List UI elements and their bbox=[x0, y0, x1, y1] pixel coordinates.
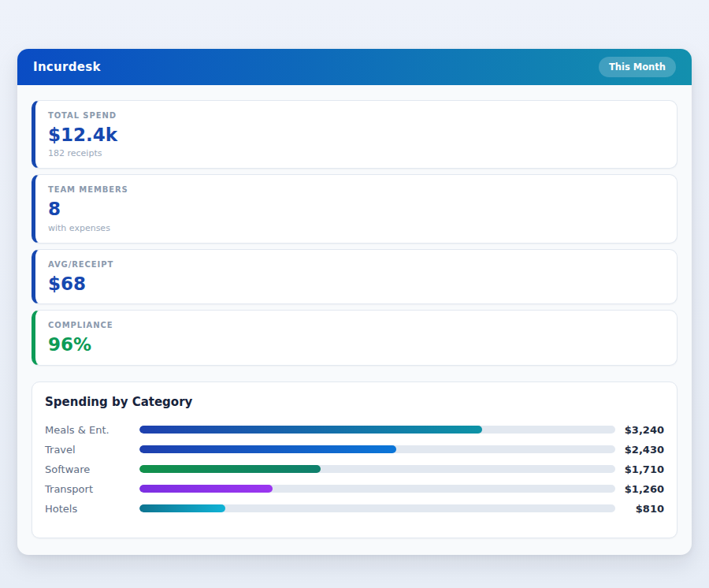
chart-row-label: Transport bbox=[45, 483, 139, 495]
chart-bar-track bbox=[139, 504, 615, 512]
app-title: Incurdesk bbox=[33, 60, 101, 74]
chart-bar-fill bbox=[139, 426, 482, 434]
stat-sub: with expenses bbox=[48, 223, 664, 233]
stat-label: COMPLIANCE bbox=[48, 321, 664, 329]
chart-row: Software $1,710 bbox=[45, 460, 664, 479]
chart-row-label: Meals & Ent. bbox=[45, 424, 139, 436]
chart-row-value: $2,430 bbox=[615, 444, 664, 456]
chart-bar-fill bbox=[139, 504, 225, 512]
stat-label: TOTAL SPEND bbox=[48, 111, 664, 120]
spending-chart-card: Spending by Category Meals & Ent. $3,240… bbox=[32, 381, 677, 538]
chart-row-label: Travel bbox=[45, 444, 139, 456]
chart-row-value: $810 bbox=[615, 503, 664, 515]
stat-value: $12.4k bbox=[48, 125, 664, 145]
chart-bar-track bbox=[139, 426, 615, 434]
stat-value: 96% bbox=[48, 334, 664, 355]
dashboard-widget: Incurdesk This Month TOTAL SPEND $12.4k … bbox=[17, 49, 692, 555]
chart-row: Meals & Ent. $3,240 bbox=[45, 420, 664, 440]
chart-title: Spending by Category bbox=[45, 395, 664, 409]
stat-label: AVG/RECEIPT bbox=[48, 260, 664, 269]
stat-label: TEAM MEMBERS bbox=[48, 185, 664, 194]
stat-card: COMPLIANCE 96% bbox=[32, 310, 677, 365]
widget-body: TOTAL SPEND $12.4k 182 receipts TEAM MEM… bbox=[17, 85, 692, 555]
chart-row: Transport $1,260 bbox=[45, 479, 664, 499]
stat-card-list: TOTAL SPEND $12.4k 182 receipts TEAM MEM… bbox=[32, 100, 677, 366]
chart-bar-fill bbox=[139, 445, 396, 453]
chart-bar-track bbox=[139, 465, 615, 473]
chart-row-label: Software bbox=[45, 463, 139, 475]
stat-value: 8 bbox=[48, 199, 664, 219]
chart-bar-fill bbox=[139, 485, 273, 493]
chart-row: Travel $2,430 bbox=[45, 440, 664, 460]
chart-rows: Meals & Ent. $3,240 Travel $2,430 Softwa… bbox=[45, 420, 664, 519]
period-badge[interactable]: This Month bbox=[599, 57, 676, 77]
stat-value: $68 bbox=[48, 274, 664, 294]
stat-card: TEAM MEMBERS 8 with expenses bbox=[32, 174, 677, 243]
stat-card: AVG/RECEIPT $68 bbox=[32, 249, 677, 304]
chart-row-label: Hotels bbox=[45, 503, 139, 515]
chart-bar-track bbox=[139, 445, 615, 453]
chart-row: Hotels $810 bbox=[45, 499, 664, 519]
chart-row-value: $3,240 bbox=[615, 424, 664, 436]
chart-bar-track bbox=[139, 485, 615, 493]
chart-bar-fill bbox=[139, 465, 321, 473]
chart-row-value: $1,260 bbox=[615, 483, 664, 495]
header-bar: Incurdesk This Month bbox=[17, 49, 692, 85]
stat-sub: 182 receipts bbox=[48, 148, 664, 158]
stat-card: TOTAL SPEND $12.4k 182 receipts bbox=[32, 100, 677, 169]
chart-row-value: $1,710 bbox=[615, 463, 664, 475]
